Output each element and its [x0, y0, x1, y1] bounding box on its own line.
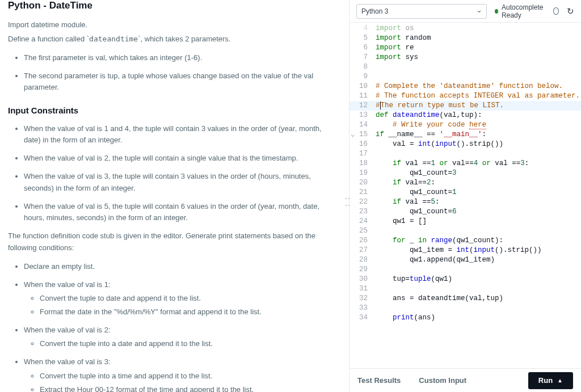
code-content[interactable]: if val==2: — [376, 178, 581, 188]
line-number: 21 — [350, 188, 376, 197]
code-content[interactable] — [376, 284, 581, 294]
line-number: 32 — [350, 294, 376, 304]
code-line[interactable]: 4import os — [350, 24, 581, 33]
list-item: Extract the Hour 00-12 format of the tim… — [40, 384, 339, 392]
code-line[interactable]: ⌄ 15if __name__ == '__main__': — [350, 130, 581, 140]
code-content[interactable]: if val ==1 or val==4 or val ==3: — [376, 159, 581, 168]
list-item: Declare an empty list. — [24, 261, 339, 272]
code-line[interactable]: 21 qw1_count=1 — [350, 188, 581, 197]
autocomplete-status: Autocomplete Ready — [495, 3, 559, 19]
code-line[interactable]: 18 if val ==1 or val==4 or val ==3: — [350, 159, 581, 168]
code-content[interactable] — [376, 304, 581, 313]
code-line[interactable]: 12#The return type must be LIST. — [350, 101, 581, 111]
code-content[interactable] — [376, 265, 581, 275]
code-line[interactable]: 34 print(ans) — [350, 313, 581, 323]
code-line[interactable]: 11# The function accepts INTEGER val as … — [350, 91, 581, 101]
tab-test-results[interactable]: Test Results — [357, 376, 401, 385]
code-line[interactable]: 6import re — [350, 43, 581, 53]
list-item: The first parameter is val, which takes … — [24, 52, 339, 64]
code-content[interactable] — [376, 149, 581, 159]
list-item: Convert the tuple to date and append it … — [40, 293, 339, 304]
code-line[interactable]: 19 qw1_count=3 — [350, 168, 581, 178]
list-item: When the value of val is 1 and 4, the tu… — [24, 123, 339, 146]
line-number: 4 — [350, 24, 376, 33]
stub-text: The function definition code stub is giv… — [8, 230, 339, 254]
code-content[interactable]: tup=tuple(qw1) — [376, 275, 581, 284]
code-content[interactable]: # The function accepts INTEGER val as pa… — [376, 91, 581, 101]
code-content[interactable] — [376, 72, 581, 82]
intro-line-1: Import datetime module. — [8, 19, 339, 31]
code-line[interactable]: 23 qw1_count=6 — [350, 207, 581, 217]
code-line[interactable]: 16 val = int(input().strip()) — [350, 140, 581, 149]
code-content[interactable]: qw1_count=1 — [376, 188, 581, 197]
code-content[interactable]: for _ in range(qw1_count): — [376, 236, 581, 246]
run-button[interactable]: Run ▲ — [528, 372, 573, 389]
code-content[interactable]: ans = dateandtime(val,tup) — [376, 294, 581, 304]
code-line[interactable]: 20 if val==2: — [350, 178, 581, 188]
code-line[interactable]: 24 qw1 = [] — [350, 217, 581, 226]
language-select[interactable]: Python 3 — [356, 4, 487, 19]
line-number: 30 — [350, 275, 376, 284]
code-content[interactable]: if val ==5: — [376, 197, 581, 207]
problem-title: Python - DateTime — [8, 0, 339, 11]
intro-line-2: Define a function called `dateandtime`, … — [8, 33, 339, 45]
code-line[interactable]: 10# Complete the 'dateandtime' function … — [350, 82, 581, 91]
chevron-up-icon: ▲ — [557, 377, 563, 383]
line-number: 8 — [350, 62, 376, 72]
line-number: 7 — [350, 53, 376, 62]
line-number: 26 — [350, 236, 376, 246]
list-item: When the value of val is 3: Convert the … — [24, 356, 339, 392]
code-content[interactable]: val = int(input().strip()) — [376, 140, 581, 149]
tab-custom-input[interactable]: Custom Input — [419, 376, 466, 385]
code-content[interactable]: qw1 = [] — [376, 217, 581, 226]
code-line[interactable]: 30 tup=tuple(qw1) — [350, 275, 581, 284]
code-line[interactable]: 29 — [350, 265, 581, 275]
code-content[interactable] — [376, 226, 581, 236]
code-line[interactable]: 26 for _ in range(qw1_count): — [350, 236, 581, 246]
line-number: 22 — [350, 197, 376, 207]
code-line[interactable]: 7import sys — [350, 53, 581, 62]
code-line[interactable]: 22 if val ==5: — [350, 197, 581, 207]
code-content[interactable]: import re — [376, 43, 581, 53]
code-line[interactable]: 9 — [350, 72, 581, 82]
code-content[interactable]: print(ans) — [376, 313, 581, 323]
code-line[interactable]: 17 — [350, 149, 581, 159]
editor-toolbar: Python 3 Autocomplete Ready ↻ — [350, 0, 581, 23]
code-line[interactable]: 8 — [350, 62, 581, 72]
code-line[interactable]: 14 # Write your code here — [350, 120, 581, 130]
code-content[interactable]: qw1_count=6 — [376, 207, 581, 217]
code-line[interactable]: 25 — [350, 226, 581, 236]
code-content[interactable]: import sys — [376, 53, 581, 62]
code-line[interactable]: 27 qw1_item = int(input().strip()) — [350, 246, 581, 255]
code-line[interactable]: 33 — [350, 304, 581, 313]
line-number: 17 — [350, 149, 376, 159]
code-editor[interactable]: 4import os5import random6import re7impor… — [350, 23, 581, 368]
code-line[interactable]: 13def dateandtime(val,tup): — [350, 111, 581, 120]
status-dot-icon — [495, 9, 498, 14]
line-number: 18 — [350, 159, 376, 168]
constraints-list: When the value of val is 1 and 4, the tu… — [8, 123, 339, 224]
line-number: 14 — [350, 120, 376, 130]
info-icon[interactable] — [553, 7, 559, 15]
list-item: When the value of val is 1: Convert the … — [24, 279, 339, 318]
reset-icon[interactable]: ↻ — [567, 6, 574, 16]
code-content[interactable]: # Write your code here — [376, 120, 581, 130]
code-content[interactable]: def dateandtime(val,tup): — [376, 111, 581, 120]
code-content[interactable]: # Complete the 'dateandtime' function be… — [376, 82, 581, 91]
code-content[interactable]: qw1_count=3 — [376, 168, 581, 178]
code-line[interactable]: 31 — [350, 284, 581, 294]
code-content[interactable]: if __name__ == '__main__': — [376, 130, 581, 140]
code-content[interactable]: qw1.append(qw1_item) — [376, 255, 581, 265]
line-number: 27 — [350, 246, 376, 255]
code-content[interactable]: qw1_item = int(input().strip()) — [376, 246, 581, 255]
code-line[interactable]: 32 ans = dateandtime(val,tup) — [350, 294, 581, 304]
list-item: Format the date in the "%d/%m/%Y" format… — [40, 306, 339, 318]
code-line[interactable]: 28 qw1.append(qw1_item) — [350, 255, 581, 265]
code-content[interactable]: import random — [376, 33, 581, 43]
code-content[interactable]: import os — [376, 24, 581, 33]
code-content[interactable]: #The return type must be LIST. — [376, 101, 581, 111]
line-number: 9 — [350, 72, 376, 82]
code-content[interactable] — [376, 62, 581, 72]
code-line[interactable]: 5import random — [350, 33, 581, 43]
line-number: 34 — [350, 313, 376, 323]
